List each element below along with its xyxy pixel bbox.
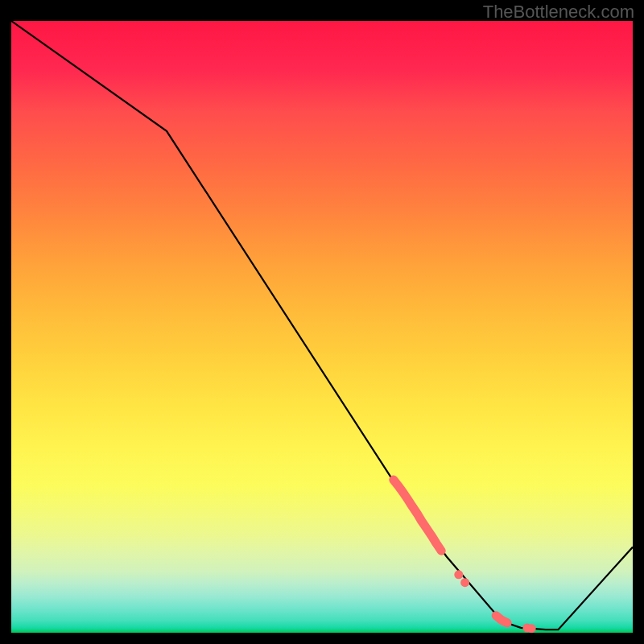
cluster-upper bbox=[394, 480, 441, 551]
watermark-text: TheBottleneck.com bbox=[483, 2, 634, 23]
chart-svg bbox=[11, 21, 633, 633]
plot-area bbox=[11, 21, 633, 633]
cluster-mid-point bbox=[460, 578, 469, 587]
cluster-lower bbox=[496, 616, 507, 623]
data-clusters bbox=[394, 480, 536, 633]
bottleneck-curve bbox=[11, 21, 633, 630]
cluster-mid-point bbox=[454, 570, 463, 579]
cluster-tail-point bbox=[527, 624, 536, 633]
